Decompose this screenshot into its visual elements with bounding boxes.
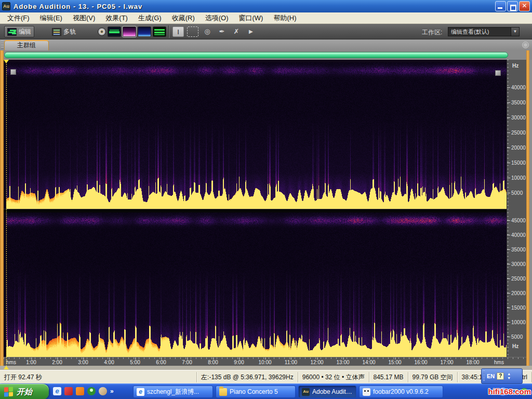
panel-tab-strip: 主群组 — [0, 39, 532, 50]
spectral-view-button[interactable] — [123, 26, 136, 37]
menu-item[interactable]: 视图(V) — [68, 12, 100, 24]
marquee-selection-tool-icon[interactable] — [187, 26, 198, 37]
close-button[interactable] — [519, 1, 530, 11]
folder-icon — [219, 388, 227, 396]
menu-item[interactable]: 生成(G) — [133, 12, 167, 24]
assistant-icon[interactable] — [99, 387, 107, 395]
spectrogram-channel-left[interactable] — [6, 62, 507, 209]
playhead-marker-top[interactable] — [4, 60, 9, 63]
time-selection-tool-icon[interactable]: I — [172, 26, 184, 37]
time-tick-label: 13:00 — [336, 360, 349, 365]
language-indicator[interactable]: EN — [487, 373, 495, 379]
rss-icon[interactable] — [76, 387, 84, 395]
playhead-line[interactable] — [6, 60, 7, 366]
au-icon: Au — [302, 388, 310, 396]
time-tick-label: 15:00 — [388, 360, 401, 365]
taskbar-button[interactable]: foobar2000 v0.9.6.2 — [359, 385, 443, 398]
app-icon: Au — [2, 2, 10, 10]
language-bar-arrows[interactable]: ▲▼ — [507, 373, 511, 380]
taskbar: 开始 » szchengl_新浪博...Piano Concerto 5AuAd… — [0, 383, 532, 399]
taskbar-button[interactable]: Piano Concerto 5 — [216, 385, 296, 398]
taskbar-button[interactable]: AuAdobe Audition - ... — [298, 385, 356, 398]
spectral-pan-view-button[interactable] — [138, 26, 151, 37]
menu-bar: 文件(F)编辑(E)视图(V)效果(T)生成(G)收藏(R)选项(O)窗口(W)… — [0, 12, 532, 24]
frequency-ruler[interactable]: Hz40000350003000025000200001500010000500… — [507, 60, 526, 357]
selection-handle-left[interactable] — [10, 69, 16, 75]
freq-tick-label: 35000 — [511, 100, 526, 105]
language-bar-grip[interactable] — [483, 371, 485, 381]
multitrack-button[interactable]: 多轨 — [49, 26, 79, 37]
workspace-dropdown-arrow[interactable] — [511, 27, 520, 36]
panel-frame-right — [526, 50, 529, 366]
channel-divider[interactable] — [4, 209, 507, 212]
restore-button[interactable] — [507, 1, 518, 11]
status-open-info: 打开 92.47 秒 — [0, 372, 196, 382]
taskbar-button-label: Adobe Audition - ... — [312, 388, 353, 395]
spectral-display — [4, 60, 507, 357]
workspace-label: 工作区: — [422, 28, 442, 37]
taskbar-buttons: szchengl_新浪博...Piano Concerto 5AuAdobe A… — [133, 385, 443, 398]
time-tick-label: 12:00 — [310, 360, 323, 365]
edit-view-button[interactable]: 编辑 — [4, 26, 34, 37]
quick-launch-bar: » — [53, 387, 114, 395]
workspace-dropdown[interactable]: 编辑查看(默认) — [448, 27, 520, 36]
time-ruler[interactable]: hms1:002:003:004:005:006:007:008:009:001… — [4, 357, 526, 366]
lasso-selection-tool-icon[interactable]: ◎ — [202, 26, 213, 37]
horizontal-zoom-bar[interactable] — [4, 52, 508, 58]
spectrogram-channel-right[interactable] — [6, 212, 507, 357]
time-tick-label: 5:00 — [130, 360, 140, 365]
time-unit-label: hms — [494, 360, 504, 365]
horizontal-scroll-track[interactable] — [0, 50, 532, 60]
status-cursor-info: 左:-135 dB @ 5:36.971, 39629Hz — [196, 372, 298, 382]
edit-view-label: 编辑 — [19, 28, 31, 36]
scrub-tool-icon[interactable]: ► — [245, 26, 257, 37]
freq-tick-label: 5000 — [511, 334, 523, 340]
freq-tick-label: 15000 — [511, 305, 526, 311]
start-label: 开始 — [17, 387, 32, 397]
panel-menu-icon[interactable] — [522, 42, 529, 48]
ie-icon[interactable] — [53, 387, 61, 395]
multitrack-icon — [52, 28, 61, 36]
freq-unit-label: Hz — [512, 63, 518, 69]
status-free-space: 99.79 GB 空间 — [408, 372, 457, 382]
title-bar[interactable]: Au Adobe Audition - 13. - PC05 - I.wav — [0, 0, 532, 12]
person-icon[interactable] — [87, 387, 96, 395]
main-group-tab[interactable]: 主群组 — [4, 40, 49, 50]
freq-tick-label: 20000 — [511, 145, 526, 151]
menu-item[interactable]: 编辑(E) — [35, 12, 68, 24]
taskbar-button-label: Piano Concerto 5 — [230, 388, 278, 395]
taskbar-button[interactable]: szchengl_新浪博... — [133, 385, 213, 398]
freq-tick-label: 25000 — [511, 276, 526, 282]
time-tick-label: 17:00 — [440, 360, 453, 365]
spectral-phase-view-button[interactable] — [153, 26, 166, 37]
playhead-marker-bottom[interactable] — [4, 366, 9, 369]
freq-tick-label: 10000 — [511, 175, 526, 181]
language-bar[interactable]: EN ? ▲▼ — [481, 368, 523, 384]
taskbar-button-label: foobar2000 v0.9.6.2 — [373, 388, 429, 395]
freq-tick-label: 25000 — [511, 130, 526, 136]
time-tick-label: 2:00 — [52, 360, 62, 365]
menu-item[interactable]: 收藏(R) — [167, 12, 200, 24]
language-help-icon[interactable]: ? — [497, 373, 504, 380]
freq-unit-label: Hz — [512, 343, 518, 349]
waveform-view-button[interactable] — [108, 26, 121, 37]
cd-icon — [98, 28, 106, 36]
freq-tick-label: 35000 — [511, 247, 526, 252]
taskbar-button-label: szchengl_新浪博... — [147, 388, 199, 396]
time-tick-label: 8:00 — [208, 360, 218, 365]
menu-item[interactable]: 帮助(H) — [268, 12, 301, 24]
quick-launch-overflow-icon[interactable]: » — [110, 388, 114, 395]
start-button[interactable]: 开始 — [0, 384, 49, 399]
menu-item[interactable]: 选项(O) — [200, 12, 234, 24]
window-title: Adobe Audition - 13. - PC05 - I.wav — [14, 3, 495, 10]
ruler-bottom-strip — [0, 366, 532, 370]
minimize-button[interactable] — [495, 1, 506, 11]
menu-item[interactable]: 窗口(W) — [234, 12, 269, 24]
selection-handle-right[interactable] — [495, 70, 501, 76]
menu-item[interactable]: 效果(T) — [100, 12, 133, 24]
spot-healing-brush-tool-icon[interactable]: ✗ — [231, 26, 242, 37]
paint-icon[interactable] — [64, 387, 73, 395]
waveform-edit-icon — [7, 28, 17, 36]
menu-item[interactable]: 文件(F) — [2, 12, 35, 24]
effects-paintbrush-tool-icon[interactable]: ✒ — [216, 26, 228, 37]
